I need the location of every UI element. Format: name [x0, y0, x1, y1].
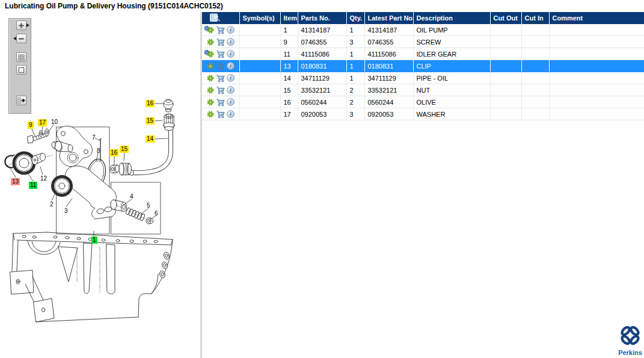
- column-header-comment: Comment: [549, 12, 644, 24]
- diagram-callout-9[interactable]: 9: [28, 122, 34, 129]
- cart-icon[interactable]: [216, 110, 225, 119]
- column-header-latest-part-no: Latest Part No.: [364, 12, 413, 24]
- cell-cut-out: [490, 36, 521, 48]
- cell-latest-part-no: 0560244: [364, 96, 413, 108]
- table-row[interactable]: i 15 33532121 2 33532121 NUT: [202, 84, 644, 96]
- table-row[interactable]: i 16 0560244 2 0560244 OLIVE: [202, 96, 644, 108]
- cell-latest-part-no: 34711129: [364, 72, 413, 84]
- cell-cut-in: [521, 72, 549, 84]
- diagram-callout-1[interactable]: 1: [91, 236, 97, 244]
- column-header-qty: Qty.: [346, 12, 364, 24]
- arrow-right-icon: [26, 23, 29, 27]
- tile-view-button[interactable]: [16, 52, 26, 62]
- diagram-callout-16[interactable]: 16: [146, 100, 155, 107]
- gear-icon[interactable]: [204, 110, 214, 119]
- table-row[interactable]: i 11 41115086 1 41115086 IDLER GEAR: [202, 48, 644, 60]
- cart-icon[interactable]: [216, 26, 225, 34]
- cell-comment: [549, 108, 644, 120]
- diagram-callout-15[interactable]: 15: [146, 117, 155, 125]
- diagram-callout-4[interactable]: 4: [129, 193, 135, 200]
- cell-cut-out: [490, 48, 521, 60]
- cell-cut-out: [490, 60, 521, 72]
- cart-icon[interactable]: [216, 74, 225, 82]
- cell-cut-in: [521, 24, 549, 36]
- perkins-logo[interactable]: Perkins: [617, 324, 643, 356]
- info-icon[interactable]: i: [227, 86, 235, 94]
- table-row[interactable]: i 14 34711129 1 34711129 PIPE - OIL: [202, 72, 644, 84]
- cell-symbols: [239, 24, 280, 36]
- gear-icon[interactable]: [204, 73, 214, 83]
- export-panel-button[interactable]: [16, 96, 26, 105]
- zoom-out-button[interactable]: [16, 34, 26, 43]
- diagram-callout-6[interactable]: 6: [153, 210, 159, 217]
- info-icon[interactable]: i: [227, 50, 235, 58]
- book-magnifier-icon: [209, 16, 221, 23]
- cell-description: WASHER: [413, 108, 490, 120]
- fit-view-button[interactable]: [16, 65, 26, 75]
- diagram-callout-13[interactable]: 13: [11, 178, 20, 185]
- diagram-callout-5[interactable]: 5: [146, 202, 152, 209]
- diagram-callout-17[interactable]: 17: [38, 119, 47, 126]
- cell-description: PIPE - OIL: [413, 72, 490, 84]
- gear-icon[interactable]: [204, 97, 214, 107]
- cart-icon[interactable]: [216, 38, 225, 46]
- cell-parts-no: 41115086: [298, 48, 346, 60]
- cell-description: OIL PUMP: [413, 24, 490, 36]
- gear-icon[interactable]: [204, 85, 214, 95]
- cell-description: IDLER GEAR: [413, 48, 490, 60]
- cart-icon[interactable]: [216, 86, 225, 94]
- table-row[interactable]: i 17 0920053 3 0920053 WASHER: [202, 108, 644, 120]
- table-row[interactable]: i 13 0180831 1 0180831 CLIP: [202, 60, 644, 72]
- diagram-callout-10[interactable]: 10: [50, 119, 59, 126]
- gear-green-icon: [207, 63, 214, 71]
- diagram-callout-2[interactable]: 2: [49, 201, 55, 208]
- diagram-callout-11[interactable]: 11: [29, 182, 37, 189]
- gear-icon[interactable]: [204, 37, 214, 47]
- cell-qty: 3: [346, 108, 364, 120]
- diagram-callout-14[interactable]: 14: [146, 135, 155, 143]
- gear-icon[interactable]: [204, 25, 214, 35]
- info-icon[interactable]: i: [227, 62, 235, 70]
- info-icon[interactable]: i: [227, 26, 235, 34]
- diagram-callout-12[interactable]: 12: [39, 175, 48, 182]
- parts-table: Symbol(s) Item Parts No. Qty. Latest Par…: [202, 12, 644, 120]
- info-icon[interactable]: i: [227, 98, 235, 106]
- diagram-callout-8[interactable]: 8: [96, 147, 102, 155]
- gear-icon[interactable]: [204, 49, 214, 59]
- cell-comment: [549, 84, 644, 96]
- cell-qty: 2: [346, 84, 364, 96]
- diagram-panel: 91710781615141615131112234561: [0, 12, 200, 358]
- cell-symbols: [239, 96, 280, 108]
- plus-icon: [18, 22, 25, 29]
- cell-cut-in: [521, 84, 549, 96]
- cart-icon[interactable]: [216, 98, 225, 106]
- diagram-callout-7[interactable]: 7: [91, 134, 97, 141]
- column-header-cut-in: Cut In: [521, 12, 549, 24]
- info-icon[interactable]: i: [227, 38, 235, 46]
- table-row[interactable]: i 1 41314187 1 41314187 OIL PUMP: [202, 24, 644, 36]
- cell-qty: 1: [346, 60, 364, 72]
- cell-description: OLIVE: [413, 96, 490, 108]
- panel-arrow-icon: [17, 97, 25, 104]
- gear-icon[interactable]: [204, 61, 214, 71]
- diagram-callout-3[interactable]: 3: [63, 208, 69, 215]
- perkins-logo-text: Perkins: [617, 349, 643, 356]
- gear-green-icon: [207, 51, 214, 59]
- cart-icon[interactable]: [216, 62, 225, 70]
- gear-green-icon: [207, 75, 214, 83]
- column-header-item: Item: [280, 12, 298, 24]
- cell-comment: [549, 96, 644, 108]
- cart-icon[interactable]: [216, 50, 225, 58]
- column-header-search: [202, 12, 239, 24]
- info-icon[interactable]: i: [227, 74, 235, 82]
- cell-qty: 3: [346, 36, 364, 48]
- cell-symbols: [239, 36, 280, 48]
- info-icon[interactable]: i: [227, 110, 235, 118]
- diagram-callout-15[interactable]: 15: [120, 146, 129, 153]
- zoom-in-button[interactable]: [16, 20, 26, 30]
- cell-item: 13: [280, 60, 298, 72]
- table-row[interactable]: i 9 0746355 3 0746355 SCREW: [202, 36, 644, 48]
- diagram-callout-16[interactable]: 16: [109, 149, 118, 156]
- cell-item: 17: [280, 108, 298, 120]
- cell-cut-out: [490, 72, 521, 84]
